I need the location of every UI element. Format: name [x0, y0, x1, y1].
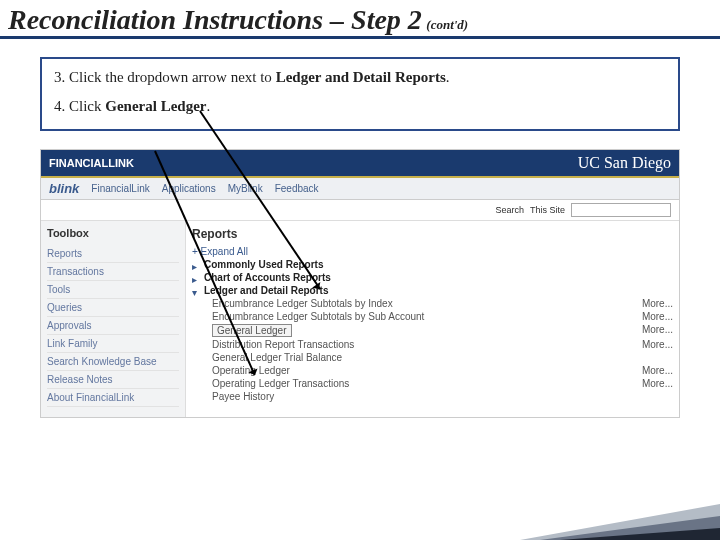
list-item-general-ledger[interactable]: General LedgerMore... [212, 323, 673, 338]
report-link[interactable]: Encumbrance Ledger Subtotals by Index [212, 298, 393, 309]
sidebar-item-link-family[interactable]: Link Family [47, 335, 179, 353]
sidebar-item-queries[interactable]: Queries [47, 299, 179, 317]
sidebar: Toolbox Reports Transactions Tools Queri… [41, 221, 186, 417]
list-item[interactable]: Encumbrance Ledger Subtotals by Sub Acco… [212, 310, 673, 323]
main-panel: Reports + Expand All ▸ Commonly Used Rep… [186, 221, 679, 417]
group-label: Commonly Used Reports [204, 259, 323, 270]
instruction-3-prefix: 3. Click the dropdown arrow next to [54, 69, 276, 85]
expand-all[interactable]: + Expand All [192, 245, 673, 258]
more-link[interactable]: More... [642, 365, 673, 376]
body-columns: Toolbox Reports Transactions Tools Queri… [41, 221, 679, 417]
nav-item[interactable]: Feedback [275, 183, 319, 194]
app-brand: FINANCIALLINK [49, 157, 134, 169]
nav-item[interactable]: Applications [162, 183, 216, 194]
reports-header: Reports [192, 227, 673, 241]
report-link[interactable]: Payee History [212, 391, 274, 402]
sidebar-item-about[interactable]: About FinancialLink [47, 389, 179, 407]
expand-all-label: + Expand All [192, 246, 248, 257]
list-item[interactable]: Payee History [212, 390, 673, 403]
search-label: Search [495, 205, 524, 215]
instruction-4-prefix: 4. Click [54, 98, 105, 114]
group-label: Chart of Accounts Reports [204, 272, 331, 283]
search-input[interactable] [571, 203, 671, 217]
embedded-screenshot: FINANCIALLINK UC San Diego blink Financi… [40, 149, 680, 418]
more-link[interactable]: More... [642, 339, 673, 350]
sidebar-item-release-notes[interactable]: Release Notes [47, 371, 179, 389]
more-link[interactable]: More... [642, 324, 673, 337]
chevron-down-icon: ▾ [192, 287, 200, 295]
report-link[interactable]: Distribution Report Transactions [212, 339, 354, 350]
report-group-chart-accounts[interactable]: ▸ Chart of Accounts Reports [192, 271, 673, 284]
instruction-box: 3. Click the dropdown arrow next to Ledg… [40, 57, 680, 131]
search-bar: Search This Site [41, 200, 679, 221]
sidebar-item-reports[interactable]: Reports [47, 245, 179, 263]
slide-title-suffix: (cont'd) [426, 17, 468, 32]
ledger-sub-list: Encumbrance Ledger Subtotals by IndexMor… [192, 297, 673, 403]
nav-home[interactable]: blink [49, 181, 79, 196]
list-item[interactable]: Encumbrance Ledger Subtotals by IndexMor… [212, 297, 673, 310]
nav-item[interactable]: FinancialLink [91, 183, 149, 194]
group-label: Ledger and Detail Reports [204, 285, 328, 296]
report-link[interactable]: Operating Ledger Transactions [212, 378, 349, 389]
chevron-right-icon: ▸ [192, 261, 200, 269]
org-name: UC San Diego [578, 154, 671, 172]
search-scope[interactable]: This Site [530, 205, 565, 215]
instruction-3-suffix: . [446, 69, 450, 85]
report-group-commonly-used[interactable]: ▸ Commonly Used Reports [192, 258, 673, 271]
report-link[interactable]: General Ledger Trial Balance [212, 352, 342, 363]
report-link[interactable]: Encumbrance Ledger Subtotals by Sub Acco… [212, 311, 424, 322]
slide-title-wrap: Reconciliation Instructions – Step 2 (co… [0, 0, 720, 39]
more-link[interactable]: More... [642, 298, 673, 309]
instruction-4: 4. Click General Ledger. [54, 98, 666, 115]
instruction-4-suffix: . [206, 98, 210, 114]
sidebar-item-transactions[interactable]: Transactions [47, 263, 179, 281]
sidebar-item-tools[interactable]: Tools [47, 281, 179, 299]
list-item[interactable]: Operating LedgerMore... [212, 364, 673, 377]
sidebar-header: Toolbox [47, 227, 179, 239]
more-link[interactable]: More... [642, 311, 673, 322]
decorative-wedge [500, 490, 720, 540]
app-top-bar: FINANCIALLINK UC San Diego [41, 150, 679, 176]
report-group-ledger-detail[interactable]: ▾ Ledger and Detail Reports [192, 284, 673, 297]
instruction-3: 3. Click the dropdown arrow next to Ledg… [54, 69, 666, 86]
sidebar-item-approvals[interactable]: Approvals [47, 317, 179, 335]
report-link-general-ledger[interactable]: General Ledger [212, 324, 292, 337]
chevron-right-icon: ▸ [192, 274, 200, 282]
sidebar-item-search-kb[interactable]: Search Knowledge Base [47, 353, 179, 371]
nav-item[interactable]: MyBlink [228, 183, 263, 194]
instruction-4-strong: General Ledger [105, 98, 206, 114]
slide-title: Reconciliation Instructions – Step 2 [8, 4, 422, 35]
list-item[interactable]: General Ledger Trial Balance [212, 351, 673, 364]
instruction-3-strong: Ledger and Detail Reports [276, 69, 446, 85]
list-item[interactable]: Distribution Report TransactionsMore... [212, 338, 673, 351]
more-link[interactable]: More... [642, 378, 673, 389]
list-item[interactable]: Operating Ledger TransactionsMore... [212, 377, 673, 390]
wedge-layer [560, 528, 720, 540]
nav-bar: blink FinancialLink Applications MyBlink… [41, 176, 679, 200]
